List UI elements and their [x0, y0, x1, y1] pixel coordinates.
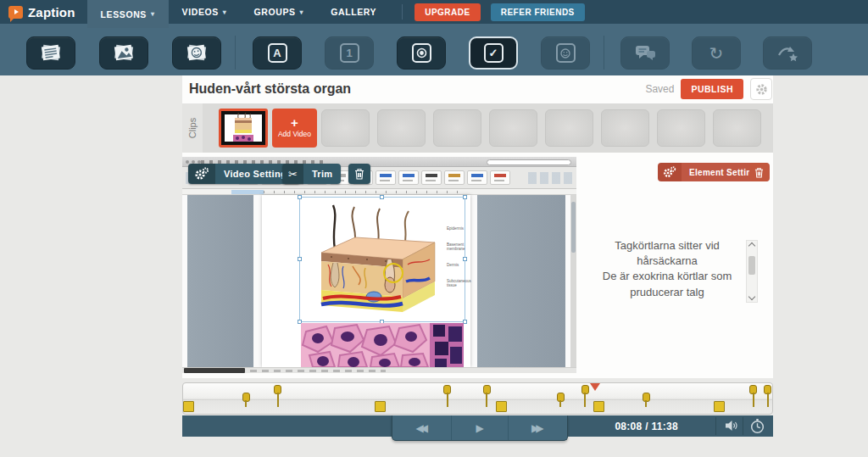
nav-item-videos[interactable]: VIDEOS ▾	[169, 0, 241, 24]
open-response-button[interactable]	[397, 36, 446, 70]
top-nav: Zaption LESSONS ▾ VIDEOS ▾ GROUPS ▾ GALL…	[0, 0, 868, 24]
scrollbar-thumb[interactable]	[748, 256, 755, 275]
toolbar-divider	[235, 36, 236, 70]
empty-clip-slot[interactable]	[601, 109, 649, 147]
brand-name: Zaption	[28, 5, 75, 20]
timeline-square-marker[interactable]	[183, 401, 194, 412]
add-video-button[interactable]: + Add Video	[272, 109, 317, 148]
element-panel: Element Settings Tagkörtlarna sitter vid…	[576, 157, 773, 373]
speaker-icon	[725, 420, 739, 432]
empty-clip-slot[interactable]	[377, 109, 426, 147]
diagram-label: Epidermis	[447, 227, 476, 231]
jump-star-icon	[776, 43, 799, 64]
video-preview[interactable]: EpidermisBasement membraneDermisSubcutan…	[182, 157, 576, 373]
time-display: 08:08 / 11:38	[615, 415, 678, 437]
transport-bar: ◀◀ ▶ ▶▶ 08:08 / 11:38	[182, 415, 773, 437]
discussion-button[interactable]	[620, 36, 670, 70]
clip-thumbnail[interactable]	[219, 109, 268, 148]
clip-thumbnail-image	[225, 111, 262, 145]
ribbon-style-chip	[467, 170, 487, 185]
play-button[interactable]: ▶	[451, 415, 507, 440]
upgrade-button[interactable]: UPGRADE	[415, 3, 481, 21]
zaption-logo-icon	[8, 6, 23, 19]
trash-icon	[754, 167, 764, 178]
playback-controls: ◀◀ ▶ ▶▶	[392, 415, 568, 441]
playhead-marker[interactable]	[590, 383, 600, 391]
jump-button[interactable]	[763, 36, 812, 70]
text-slide-button[interactable]	[26, 36, 75, 70]
nav-item-lessons[interactable]: LESSONS ▾	[87, 0, 169, 28]
drawing-slide-button[interactable]	[172, 36, 221, 70]
rewind-button[interactable]: ◀◀	[392, 415, 451, 440]
gears-icon	[658, 163, 682, 181]
toolbar-divider	[604, 36, 604, 70]
chevron-down-icon: ▾	[223, 8, 227, 16]
ribbon-style-chip	[421, 170, 442, 185]
scroll-up-icon[interactable]	[748, 242, 755, 249]
word-search-box	[487, 159, 571, 165]
chevron-down-icon: ▾	[300, 8, 304, 16]
drawn-response-icon	[556, 43, 576, 63]
trim-button[interactable]: ✂ Trim	[282, 164, 341, 184]
nav-item-groups[interactable]: GROUPS ▾	[240, 0, 317, 24]
drawn-response-button[interactable]	[541, 36, 590, 70]
lesson-titlebar: Huden-vårt största organ Saved PUBLISH	[182, 75, 773, 103]
diagram-label: Subcutaneous tissue	[447, 280, 476, 288]
element-toolbar: A 1 ✓ ↻	[0, 24, 868, 75]
text-slide-icon	[38, 42, 64, 64]
delete-element-button[interactable]	[749, 163, 769, 181]
timeline-square-marker[interactable]	[375, 401, 386, 412]
gear-icon	[755, 83, 768, 96]
lesson-editor: Huden-vårt största organ Saved PUBLISH C…	[182, 75, 773, 378]
transport-divider	[715, 417, 716, 435]
empty-clip-slot[interactable]	[321, 109, 370, 147]
timeline-track[interactable]	[182, 382, 773, 415]
replay-button[interactable]: ↻	[692, 36, 741, 70]
page-margin	[477, 195, 565, 367]
element-text: Tagkörtlarna sitter vid hårsäckarna De ä…	[592, 238, 743, 300]
empty-clip-slot[interactable]	[545, 109, 593, 147]
word-ruler	[182, 189, 576, 195]
lesson-settings-button[interactable]	[750, 78, 772, 100]
zaption-logo[interactable]: Zaption	[0, 5, 87, 20]
replay-icon: ↻	[709, 43, 724, 64]
volume-button[interactable]	[725, 420, 739, 432]
scroll-down-icon[interactable]	[748, 293, 755, 300]
discussion-icon	[633, 44, 657, 63]
checkbox-question-button[interactable]: ✓	[469, 36, 518, 70]
text-element-button[interactable]: A	[253, 36, 302, 70]
fast-forward-button[interactable]: ▶▶	[508, 415, 567, 440]
timeline-square-marker[interactable]	[593, 401, 604, 412]
image-slide-icon	[111, 42, 136, 64]
trash-icon	[354, 168, 364, 180]
element-text-scrollbar[interactable]	[746, 240, 758, 303]
stopwatch-icon	[749, 418, 765, 434]
ribbon-style-chip	[444, 170, 465, 185]
clips-strip: Clips + Add Video	[182, 103, 773, 153]
word-document-area: EpidermisBasement membraneDermisSubcutan…	[182, 195, 576, 367]
nav-item-gallery[interactable]: GALLERY	[317, 0, 390, 24]
delete-video-button[interactable]	[348, 164, 370, 184]
page-margin	[187, 195, 253, 367]
empty-clip-slot[interactable]	[713, 109, 761, 147]
timeline-square-marker[interactable]	[714, 401, 725, 412]
refer-friends-button[interactable]: REFER FRIENDS	[491, 3, 585, 21]
plus-icon: +	[291, 118, 298, 128]
number-element-button[interactable]: 1	[325, 36, 374, 70]
empty-clip-slot[interactable]	[489, 109, 537, 147]
number-element-icon: 1	[340, 43, 359, 63]
timeline-square-marker[interactable]	[496, 401, 507, 412]
image-slide-button[interactable]	[99, 36, 148, 70]
empty-clip-slot[interactable]	[433, 109, 481, 147]
chevron-down-icon: ▾	[151, 10, 155, 18]
lesson-title: Huden-vårt största organ	[182, 81, 645, 97]
empty-clip-slot[interactable]	[657, 109, 705, 147]
publish-button[interactable]: PUBLISH	[681, 79, 743, 99]
ribbon-style-chip	[398, 170, 419, 185]
timer-button[interactable]	[749, 418, 765, 434]
clip-slots	[321, 109, 761, 147]
clips-tab: Clips	[182, 103, 203, 153]
screencast-watermark	[184, 368, 245, 373]
scissors-icon: ✂	[282, 164, 303, 184]
clips-label: Clips	[187, 118, 198, 138]
